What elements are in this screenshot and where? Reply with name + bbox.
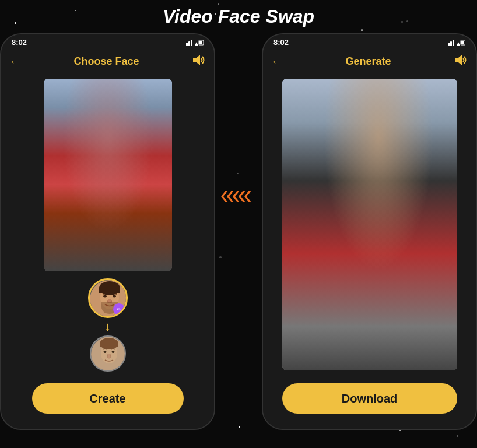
svg-point-25 bbox=[118, 140, 138, 174]
svg-point-16 bbox=[103, 126, 113, 131]
back-button-left[interactable]: ← bbox=[9, 55, 21, 68]
svg-marker-7 bbox=[193, 55, 200, 65]
sound-button-left[interactable] bbox=[192, 54, 206, 69]
svg-text:▲: ▲ bbox=[194, 40, 199, 46]
status-bar-right: 8:02 ▲ bbox=[263, 34, 476, 50]
svg-marker-47 bbox=[244, 191, 251, 202]
status-icons-left: ▲ bbox=[186, 39, 204, 46]
svg-point-21 bbox=[102, 158, 114, 169]
svg-rect-48 bbox=[448, 43, 450, 46]
result-face-avatar bbox=[90, 335, 126, 372]
svg-rect-77 bbox=[406, 184, 425, 248]
video-frame-left bbox=[44, 79, 172, 271]
svg-rect-79 bbox=[373, 271, 399, 347]
nav-bar-left: ← Choose Face bbox=[1, 50, 214, 73]
create-button[interactable]: Create bbox=[32, 383, 184, 414]
svg-point-83 bbox=[313, 243, 334, 259]
download-button[interactable]: Download bbox=[282, 383, 457, 414]
svg-point-72 bbox=[367, 196, 378, 212]
face-swap-area: ✏ ↓ bbox=[88, 278, 128, 372]
svg-rect-68 bbox=[335, 169, 411, 274]
arrow-down: ↓ bbox=[104, 320, 111, 333]
svg-rect-2 bbox=[191, 40, 192, 46]
svg-point-19 bbox=[108, 118, 112, 121]
status-time-left: 8:02 bbox=[12, 38, 27, 47]
svg-rect-66 bbox=[352, 111, 394, 123]
star bbox=[457, 435, 458, 437]
svg-point-73 bbox=[368, 200, 377, 209]
middle-arrows bbox=[221, 188, 256, 205]
svg-rect-6 bbox=[199, 41, 202, 44]
ironman-rdj-scene bbox=[282, 79, 457, 370]
svg-point-71 bbox=[363, 192, 382, 216]
svg-point-14 bbox=[97, 113, 118, 136]
back-button-right[interactable]: ← bbox=[271, 55, 283, 68]
page-title: Video Face Swap bbox=[0, 0, 477, 27]
phones-container: 8:02 ▲ ← Choose Face bbox=[0, 33, 477, 430]
svg-rect-28 bbox=[110, 194, 121, 235]
svg-point-57 bbox=[297, 160, 338, 230]
svg-point-33 bbox=[103, 295, 107, 298]
star bbox=[361, 29, 363, 31]
svg-point-75 bbox=[402, 169, 431, 192]
svg-rect-8 bbox=[44, 79, 172, 149]
svg-rect-36 bbox=[99, 288, 120, 293]
status-icons-right: ▲ bbox=[448, 39, 465, 46]
svg-rect-30 bbox=[95, 178, 121, 180]
ironman-scene-left bbox=[44, 79, 172, 271]
result-face-svg bbox=[91, 337, 126, 372]
svg-point-17 bbox=[102, 114, 114, 128]
svg-rect-59 bbox=[306, 184, 329, 230]
phone-right: 8:02 ▲ ← Generate bbox=[262, 33, 477, 430]
svg-rect-0 bbox=[186, 43, 188, 46]
nav-title-right: Generate bbox=[345, 55, 391, 68]
svg-rect-27 bbox=[95, 194, 106, 235]
svg-point-70 bbox=[360, 189, 385, 219]
nav-bar-right: ← Generate bbox=[263, 50, 476, 73]
svg-rect-20 bbox=[95, 149, 121, 195]
svg-point-65 bbox=[352, 96, 394, 125]
svg-rect-76 bbox=[314, 184, 333, 248]
svg-rect-61 bbox=[352, 125, 370, 135]
edit-badge[interactable]: ✏ bbox=[113, 303, 125, 315]
svg-rect-80 bbox=[335, 172, 411, 177]
svg-rect-50 bbox=[453, 40, 454, 46]
svg-point-74 bbox=[314, 169, 343, 192]
sound-icon-left bbox=[192, 54, 206, 66]
svg-rect-11 bbox=[79, 114, 108, 160]
svg-rect-56 bbox=[282, 79, 457, 370]
phone-bottom-right: Download bbox=[263, 383, 476, 429]
svg-rect-81 bbox=[335, 223, 411, 227]
svg-rect-62 bbox=[373, 125, 390, 135]
status-bar-left: 8:02 ▲ bbox=[1, 34, 214, 50]
svg-rect-26 bbox=[117, 135, 142, 166]
svg-point-22 bbox=[104, 159, 112, 167]
svg-rect-12 bbox=[44, 225, 172, 271]
svg-point-40 bbox=[111, 351, 114, 353]
signal-wifi-battery-icons-left: ▲ bbox=[186, 39, 204, 46]
svg-marker-55 bbox=[455, 55, 462, 65]
svg-rect-54 bbox=[461, 41, 464, 44]
sound-button-right[interactable] bbox=[454, 54, 468, 69]
status-time-right: 8:02 bbox=[273, 38, 289, 47]
svg-rect-67 bbox=[364, 158, 381, 172]
svg-point-58 bbox=[306, 156, 329, 182]
source-face-avatar[interactable]: ✏ bbox=[88, 278, 128, 318]
svg-point-64 bbox=[368, 146, 377, 152]
svg-point-60 bbox=[349, 108, 396, 160]
phone-content-left: ✏ ↓ bbox=[1, 73, 214, 383]
video-frame-right bbox=[282, 79, 457, 370]
svg-point-13 bbox=[95, 122, 121, 152]
phone-bottom-left: Create bbox=[1, 383, 214, 429]
svg-point-23 bbox=[106, 161, 110, 166]
forward-arrows-icon bbox=[221, 188, 256, 205]
phone-left: 8:02 ▲ ← Choose Face bbox=[0, 33, 215, 430]
svg-rect-9 bbox=[44, 102, 79, 160]
nav-title-left: Choose Face bbox=[73, 55, 139, 68]
phone-content-right bbox=[263, 73, 476, 383]
svg-point-34 bbox=[113, 295, 116, 298]
svg-point-39 bbox=[103, 351, 106, 353]
sound-icon-right bbox=[454, 54, 468, 66]
svg-rect-63 bbox=[369, 128, 374, 131]
svg-rect-29 bbox=[95, 155, 121, 158]
